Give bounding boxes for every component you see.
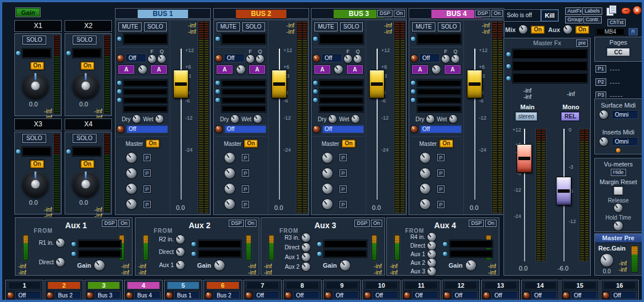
channel-knob[interactable] <box>285 292 291 299</box>
channel-number[interactable]: 8 <box>286 281 318 289</box>
channel-route-select[interactable]: Bus 2 <box>55 291 81 299</box>
channel-number[interactable]: 15 <box>563 281 596 289</box>
dsp-on-button[interactable]: On <box>371 220 382 227</box>
aux-gain-knob[interactable] <box>340 260 350 271</box>
dsp-on-button[interactable]: On <box>394 10 405 17</box>
solo-button[interactable]: SOLO <box>22 134 46 143</box>
eq-a-button[interactable]: A <box>445 65 461 74</box>
channel-route-select[interactable]: Off <box>293 291 319 299</box>
pre-button[interactable]: P <box>242 154 249 161</box>
source-knob[interactable] <box>302 253 310 261</box>
bus-title[interactable]: BUS 2 <box>235 9 287 19</box>
inserts-midi-knob[interactable] <box>599 137 608 146</box>
channel-number[interactable]: 9 <box>326 281 358 289</box>
on-button[interactable]: On <box>81 62 94 70</box>
send-knob[interactable] <box>126 199 137 209</box>
fx-knob[interactable] <box>117 126 124 133</box>
send-knob[interactable] <box>420 168 430 178</box>
eq-mode-knob[interactable] <box>313 55 320 62</box>
eq-mode-knob[interactable] <box>411 55 418 62</box>
channel-knob[interactable] <box>325 292 331 299</box>
freq-knob[interactable] <box>344 55 352 63</box>
close-button[interactable]: ✕ <box>633 6 642 15</box>
kill-button[interactable]: Kill <box>541 10 558 21</box>
channel-knob[interactable] <box>166 292 173 299</box>
pre-button[interactable]: P <box>437 185 445 193</box>
master-on-button[interactable]: On <box>244 140 258 148</box>
eq-gain-knob[interactable] <box>334 65 343 74</box>
source-knob[interactable] <box>427 259 436 267</box>
fader-handle[interactable] <box>467 70 482 98</box>
send-knob[interactable] <box>322 153 333 163</box>
dry-knob[interactable] <box>231 115 239 123</box>
pre-button[interactable]: P <box>143 201 151 208</box>
channel-number[interactable]: 2 <box>47 281 80 289</box>
pre-button[interactable]: P <box>143 169 151 177</box>
r-button[interactable]: R <box>629 28 638 35</box>
channel-route-select[interactable]: Off <box>611 291 637 299</box>
send-knob[interactable] <box>126 153 137 163</box>
channel-number[interactable]: 3 <box>87 281 120 289</box>
eq-a-button[interactable]: A <box>151 65 167 74</box>
channel-route-select[interactable]: Bus 1 <box>174 291 200 299</box>
solo-button[interactable]: SOLO <box>73 134 97 143</box>
rel-mode-button[interactable]: REL <box>561 112 579 121</box>
eq-a-button[interactable]: A <box>118 65 134 74</box>
fx-knob[interactable] <box>411 126 418 133</box>
send-knob[interactable] <box>225 184 235 194</box>
dry-knob[interactable] <box>133 115 141 123</box>
eq-select[interactable]: Off <box>419 54 440 62</box>
channel-knob[interactable] <box>246 292 252 299</box>
channel-knob[interactable] <box>365 292 371 299</box>
channel-knob[interactable] <box>603 292 609 299</box>
mono-fader-handle[interactable] <box>556 177 571 205</box>
eq-a-button[interactable]: A <box>249 65 265 74</box>
dsp-on-button[interactable]: On <box>485 220 497 227</box>
minimize-button[interactable]: – <box>621 7 631 14</box>
mute-button[interactable]: MUTE <box>412 22 435 31</box>
q-knob[interactable] <box>256 55 264 63</box>
pre-button[interactable]: P <box>437 169 445 177</box>
gain-knob[interactable] <box>73 171 99 197</box>
freq-knob[interactable] <box>246 55 254 63</box>
q-knob[interactable] <box>158 55 166 63</box>
solo-button[interactable]: SOLO <box>242 22 265 31</box>
send-knob[interactable] <box>126 168 137 178</box>
cc-button[interactable]: CC <box>607 48 630 56</box>
channel-knob[interactable] <box>483 292 490 299</box>
eq-gain-knob[interactable] <box>138 65 147 74</box>
eq-a-button[interactable]: A <box>412 65 428 74</box>
channel-knob[interactable] <box>563 292 569 299</box>
dry-knob[interactable] <box>426 115 434 123</box>
gain-knob[interactable] <box>73 73 99 99</box>
channel-knob[interactable] <box>404 292 410 299</box>
channel-knob[interactable] <box>126 292 133 299</box>
dsp-button[interactable]: DSP <box>377 10 393 17</box>
main-fader-handle[interactable] <box>517 144 532 173</box>
eq-a-button[interactable]: A <box>347 65 363 74</box>
eq-select[interactable]: Off <box>126 54 146 62</box>
channel-number[interactable]: 1 <box>8 281 41 289</box>
dsp-button[interactable]: DSP <box>102 220 117 227</box>
wet-knob[interactable] <box>449 115 457 123</box>
mute-button[interactable]: MUTE <box>217 22 239 31</box>
source-knob[interactable] <box>176 248 185 256</box>
dsp-button[interactable]: DSP <box>469 220 484 227</box>
solo-button[interactable]: SOLO <box>340 22 363 31</box>
solo-button[interactable]: SOLO <box>438 22 461 31</box>
send-knob[interactable] <box>420 184 430 194</box>
fader-handle[interactable] <box>271 70 287 98</box>
fx-select[interactable]: Off <box>322 125 364 133</box>
source-knob[interactable] <box>427 267 436 276</box>
channel-knob[interactable] <box>206 292 212 299</box>
labels-button[interactable]: Labels <box>582 7 602 15</box>
mix-knob[interactable] <box>519 25 527 34</box>
eq-mode-knob[interactable] <box>215 55 222 62</box>
source-knob[interactable] <box>427 250 436 259</box>
aux-on-button[interactable]: On <box>575 26 589 34</box>
fader-handle[interactable] <box>173 70 189 98</box>
dsp-on-button[interactable]: On <box>245 220 257 227</box>
stereo-mode-button[interactable]: stereo <box>515 112 537 121</box>
freq-knob[interactable] <box>148 55 156 63</box>
channel-number[interactable]: 6 <box>206 281 239 289</box>
